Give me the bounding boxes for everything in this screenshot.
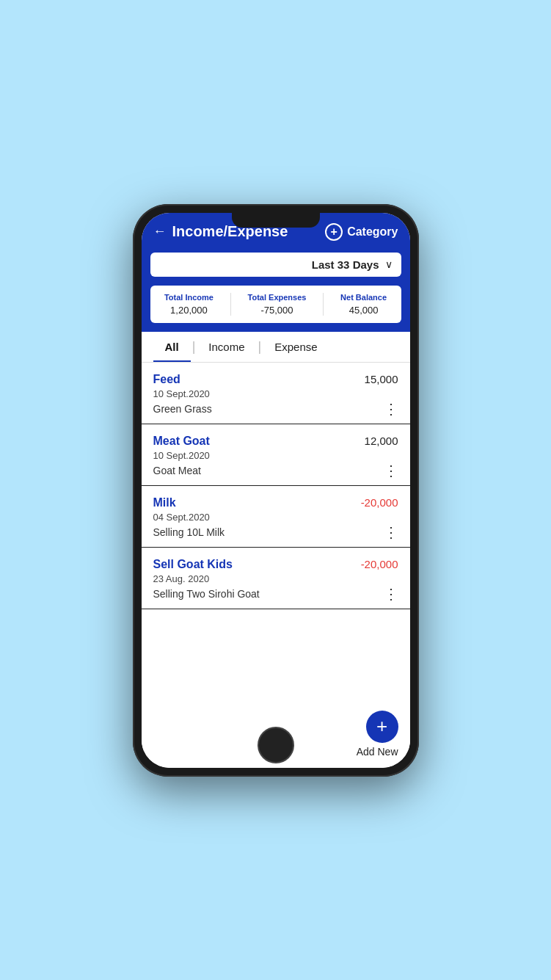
transaction-category-3: Sell Goat Kids (153, 558, 233, 571)
total-expenses-item: Total Expenses -75,000 (248, 293, 307, 316)
transaction-item: Feed 15,000 10 Sept.2020 Green Grass ⋮ (142, 363, 410, 424)
tab-bar: All | Income | Expense (142, 332, 410, 363)
home-button[interactable] (258, 727, 294, 763)
transaction-desc-2: Selling 10L Milk (153, 526, 225, 538)
transaction-category-2: Milk (153, 496, 176, 509)
chevron-down-icon: ∨ (385, 258, 393, 270)
transaction-top-3: Sell Goat Kids -20,000 (153, 558, 398, 571)
tab-separator-2: | (257, 339, 263, 355)
add-category-button[interactable]: + Category (325, 223, 398, 241)
net-balance-item: Net Balance 45,000 (340, 293, 387, 316)
add-new-label: Add New (357, 746, 398, 758)
tab-expense[interactable]: Expense (263, 332, 329, 362)
tab-income[interactable]: Income (197, 332, 256, 362)
transaction-item: Sell Goat Kids -20,000 23 Aug. 2020 Sell… (142, 548, 410, 609)
transaction-desc-1: Goat Meat (153, 465, 201, 476)
date-dropdown[interactable]: Last 33 Days ∨ (150, 253, 401, 277)
transaction-desc-row-2: Selling 10L Milk ⋮ (153, 525, 398, 540)
transaction-date-2: 04 Sept.2020 (153, 512, 398, 523)
transaction-desc-0: Green Grass (153, 403, 212, 415)
net-balance-value: 45,000 (349, 305, 379, 316)
total-income-label: Total Income (164, 293, 214, 302)
transaction-amount-1: 12,000 (365, 435, 398, 447)
transaction-category-1: Meat Goat (153, 435, 210, 448)
total-expenses-label: Total Expenses (248, 293, 307, 302)
transaction-top-1: Meat Goat 12,000 (153, 435, 398, 448)
more-options-icon-0[interactable]: ⋮ (384, 402, 398, 416)
summary-divider-2 (323, 293, 324, 316)
transaction-date-3: 23 Aug. 2020 (153, 573, 398, 584)
transaction-amount-0: 15,000 (365, 373, 398, 385)
more-options-icon-2[interactable]: ⋮ (384, 525, 398, 540)
tab-all[interactable]: All (153, 332, 191, 362)
summary-divider-1 (230, 293, 231, 316)
add-new-button[interactable]: + (366, 711, 398, 743)
transaction-desc-row-3: Selling Two Sirohi Goat ⋮ (153, 587, 398, 601)
transaction-desc-3: Selling Two Sirohi Goat (153, 588, 260, 600)
total-income-item: Total Income 1,20,000 (164, 293, 214, 316)
transaction-item: Meat Goat 12,000 10 Sept.2020 Goat Meat … (142, 424, 410, 486)
transaction-desc-row-0: Green Grass ⋮ (153, 402, 398, 416)
back-button[interactable]: ← (153, 224, 167, 239)
more-options-icon-3[interactable]: ⋮ (384, 587, 398, 601)
transaction-top-0: Feed 15,000 (153, 373, 398, 386)
phone-notch (232, 213, 320, 228)
summary-inner: Total Income 1,20,000 Total Expenses -75… (150, 286, 401, 323)
summary-section: Total Income 1,20,000 Total Expenses -75… (142, 286, 410, 332)
transaction-top-2: Milk -20,000 (153, 496, 398, 509)
date-filter-section: Last 33 Days ∨ (142, 248, 410, 286)
transaction-date-0: 10 Sept.2020 (153, 388, 398, 399)
total-expenses-value: -75,000 (260, 305, 293, 316)
net-balance-label: Net Balance (340, 293, 387, 302)
transaction-desc-row-1: Goat Meat ⋮ (153, 463, 398, 478)
transaction-amount-2: -20,000 (361, 496, 398, 509)
transaction-item: Milk -20,000 04 Sept.2020 Selling 10L Mi… (142, 486, 410, 548)
total-income-value: 1,20,000 (170, 305, 208, 316)
transaction-amount-3: -20,000 (361, 558, 398, 570)
tab-separator-1: | (191, 339, 197, 355)
phone-screen: ← Income/Expense + Category Last 33 Days… (142, 213, 410, 768)
phone-frame: ← Income/Expense + Category Last 33 Days… (133, 204, 419, 777)
date-filter-text: Last 33 Days (312, 258, 379, 271)
transaction-date-1: 10 Sept.2020 (153, 450, 398, 461)
transaction-category-0: Feed (153, 373, 180, 386)
more-options-icon-1[interactable]: ⋮ (384, 463, 398, 478)
category-label: Category (347, 225, 398, 239)
plus-circle-icon: + (325, 223, 343, 241)
transactions-list: Feed 15,000 10 Sept.2020 Green Grass ⋮ M… (142, 363, 410, 702)
